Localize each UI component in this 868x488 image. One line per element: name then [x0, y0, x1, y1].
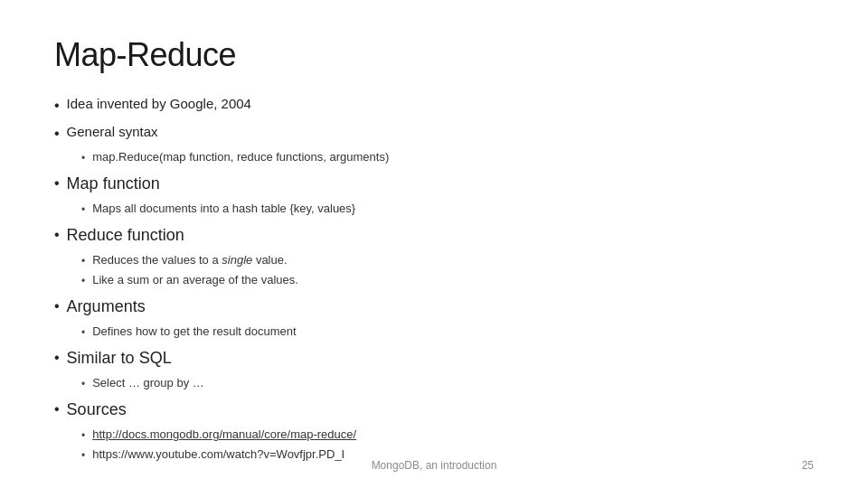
- slide-content: • Idea invented by Google, 2004 • Genera…: [54, 94, 814, 464]
- bullet-marker-l2: •: [81, 150, 85, 166]
- bullet-map-function: • Map function • Maps all documents into…: [54, 172, 814, 218]
- bullet-marker-l2: •: [81, 324, 85, 341]
- bullet-idea: • Idea invented by Google, 2004: [54, 94, 814, 117]
- bullet-marker-l2: •: [81, 202, 85, 218]
- slide-title: Map-Reduce: [54, 36, 814, 74]
- footer-page-number: 25: [802, 459, 814, 472]
- bullet-marker-l2: •: [81, 253, 85, 269]
- bullet-sql-child1: Select … group by …: [92, 374, 204, 392]
- bullet-gs-child1: map.Reduce(map function, reduce function…: [92, 148, 389, 166]
- bullet-marker-l2: •: [81, 427, 85, 444]
- bullet-mf-text: Map function: [67, 172, 160, 196]
- bullet-general-syntax: • General syntax • map.Reduce(map functi…: [54, 122, 814, 166]
- bullet-marker: •: [54, 224, 60, 246]
- bullet-marker-l2: •: [81, 273, 85, 289]
- footer: MongoDB, an introduction 25: [0, 459, 868, 472]
- bullet-marker: •: [54, 123, 60, 145]
- bullet-idea-text: Idea invented by Google, 2004: [67, 94, 251, 115]
- bullet-rf-text: Reduce function: [67, 223, 184, 248]
- bullet-arg-text: Arguments: [67, 295, 146, 319]
- bullet-rf-child1: Reduces the values to a single value.: [92, 251, 287, 269]
- bullet-reduce-function: • Reduce function • Reduces the values t…: [54, 223, 814, 289]
- bullet-marker: •: [54, 95, 60, 117]
- bullet-marker: •: [54, 347, 60, 369]
- bullet-marker: •: [54, 173, 60, 194]
- bullet-mf-child1: Maps all documents into a hash table {ke…: [92, 200, 355, 218]
- bullet-marker-l2: •: [81, 376, 85, 392]
- bullet-arg-child1: Defines how to get the result document: [92, 323, 296, 341]
- bullet-marker: •: [54, 296, 60, 317]
- bullet-gs-text: General syntax: [67, 122, 158, 143]
- footer-center-text: MongoDB, an introduction: [372, 459, 497, 472]
- bullet-arguments: • Arguments • Defines how to get the res…: [54, 295, 814, 341]
- bullet-marker: •: [54, 399, 60, 420]
- bullet-rf-child2: Like a sum or an average of the values.: [92, 271, 298, 289]
- bullet-sql-text: Similar to SQL: [67, 346, 172, 371]
- slide: Map-Reduce • Idea invented by Google, 20…: [0, 0, 868, 488]
- bullet-src-text: Sources: [67, 398, 127, 422]
- bullet-src-link1[interactable]: http://docs.mongodb.org/manual/core/map-…: [92, 426, 356, 444]
- bullet-similar-sql: • Similar to SQL • Select … group by …: [54, 346, 814, 392]
- bullet-sources: • Sources • http://docs.mongodb.org/manu…: [54, 398, 814, 464]
